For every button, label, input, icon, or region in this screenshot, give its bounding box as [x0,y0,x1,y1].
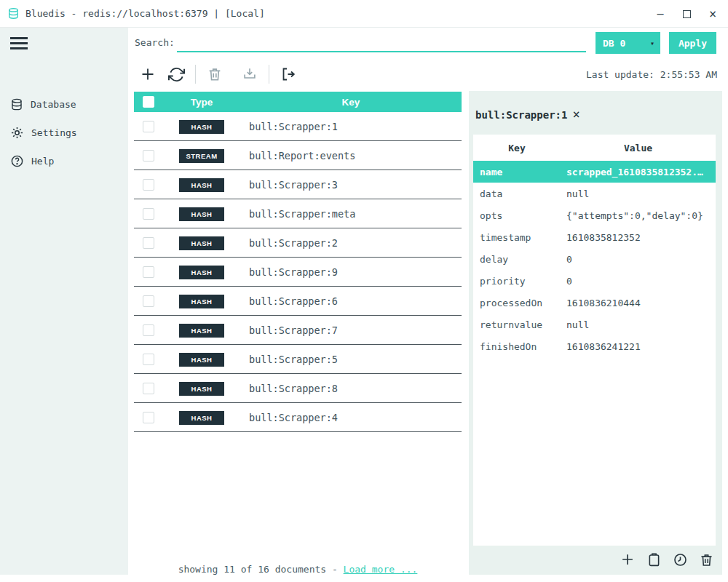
type-badge: HASH [179,382,224,396]
field-key: timestamp [473,232,561,243]
type-badge: HASH [179,353,224,367]
field-key: opts [473,210,561,221]
last-update-text: Last update: 2:55:53 AM [586,69,717,80]
close-window-button[interactable]: × [705,6,721,22]
row-checkbox[interactable] [143,295,154,307]
detail-row[interactable]: returnvalue null [473,314,716,335]
maximize-button[interactable] [678,6,695,22]
table-row[interactable]: HASH bull:Scrapper:1 [134,112,462,141]
db-select-value: DB 0 [603,38,625,49]
table-row[interactable]: HASH bull:Scrapper:6 [134,287,462,316]
menu-toggle-button[interactable] [10,37,28,50]
load-more-link[interactable]: Load more ... [344,564,418,575]
table-row[interactable]: HASH bull:Scrapper:3 [134,170,462,199]
type-column-header: Type [163,97,240,108]
add-icon [620,551,636,567]
key-table-header: Type Key [134,92,462,112]
key-table-body: HASH bull:Scrapper:1 STREAM bull:Report:… [134,112,462,432]
row-checkbox[interactable] [143,150,154,162]
search-input[interactable] [177,33,586,52]
detail-value-header: Value [561,143,716,154]
detail-title: bull:Scrapper:1 [475,109,567,121]
key-name: bull:Scrapper:3 [240,179,462,191]
row-checkbox[interactable] [143,179,154,191]
export-icon [280,65,297,83]
table-row[interactable]: HASH bull:Scrapper:9 [134,258,462,287]
chevron-down-icon: ▾ [650,39,654,47]
add-field-button[interactable] [619,551,636,568]
refresh-button[interactable] [167,65,186,84]
detail-row[interactable]: timestamp 1610835812352 [473,226,716,248]
field-value: 1610836210444 [561,298,716,308]
detail-row[interactable]: opts {"attempts":0,"delay":0} [473,204,716,226]
detail-table-header: Key Value [473,135,716,161]
detail-row[interactable]: data null [473,183,716,204]
toolbar-separator [269,65,269,84]
detail-card: Key Value name scrapped_1610835812352.… … [473,135,716,546]
table-row[interactable]: HASH bull:Scrapper:8 [134,374,462,403]
apply-button[interactable]: Apply [669,32,716,54]
export-all-button[interactable] [279,65,298,84]
row-checkbox[interactable] [143,266,154,278]
key-name: bull:Scrapper:8 [240,383,462,394]
download-icon [242,66,258,82]
detail-row[interactable]: name scrapped_1610835812352.… [473,161,716,183]
key-name: bull:Scrapper:5 [240,354,462,365]
row-checkbox[interactable] [143,324,154,336]
sidebar-item-label: Database [31,99,76,110]
app-window: Bluedis - redis://localhost:6379 | [Loca… [0,0,728,582]
detail-row[interactable]: priority 0 [473,270,716,292]
detail-key-header: Key [473,143,561,154]
sidebar-item-database[interactable]: Database [10,95,76,113]
window-title: Bluedis - redis://localhost:6379 | [Loca… [25,8,265,19]
add-key-button[interactable] [138,65,157,84]
delete-document-button[interactable] [697,551,715,568]
app-logo-database-icon [7,7,20,20]
document-count-text: showing 11 of 16 documents - [178,564,338,575]
table-row[interactable]: HASH bull:Scrapper:4 [134,403,462,432]
type-badge: STREAM [179,149,224,163]
minimize-button[interactable]: – [652,6,668,22]
row-checkbox[interactable] [143,354,154,365]
delete-selected-button[interactable] [205,65,224,84]
copy-document-button[interactable] [645,551,662,568]
key-name: bull:Scrapper:6 [240,295,462,307]
clock-icon [673,552,688,567]
close-detail-icon[interactable]: × [572,108,579,121]
table-row[interactable]: HASH bull:Scrapper:7 [134,316,462,345]
field-key: data [473,188,561,199]
detail-actions [619,551,715,568]
db-select-dropdown[interactable]: DB 0 ▾ [596,32,660,54]
row-checkbox[interactable] [143,208,154,220]
field-value: scrapped_1610835812352.… [561,167,716,178]
type-badge: HASH [179,178,224,192]
row-checkbox[interactable] [143,412,154,423]
set-ttl-button[interactable] [671,551,689,568]
detail-row[interactable]: processedOn 1610836210444 [473,292,716,314]
export-selected-button[interactable] [240,65,259,84]
table-row[interactable]: STREAM bull:Report:events [134,141,462,170]
table-row[interactable]: HASH bull:Scrapper:meta [134,199,462,228]
field-value: 1610836241221 [561,341,716,352]
field-key: processedOn [473,298,561,308]
row-checkbox[interactable] [143,121,154,132]
type-badge: HASH [179,207,224,221]
key-table: Type Key HASH bull:Scrapper:1 STREAM bul… [134,92,462,432]
database-icon [10,97,23,111]
table-row[interactable]: HASH bull:Scrapper:2 [134,228,462,258]
trash-icon [699,552,714,567]
detail-row[interactable]: delay 0 [473,248,716,270]
refresh-icon [168,66,185,83]
field-value: null [561,188,716,199]
detail-row[interactable]: finishedOn 1610836241221 [473,335,716,357]
select-all-checkbox[interactable] [143,96,154,108]
row-checkbox[interactable] [143,383,154,394]
sidebar-item-help[interactable]: Help [10,152,54,170]
key-column-header: Key [240,97,462,108]
key-name: bull:Scrapper:meta [240,208,462,220]
row-checkbox[interactable] [143,237,154,249]
table-row[interactable]: HASH bull:Scrapper:5 [134,345,462,374]
type-badge: HASH [179,324,224,338]
sidebar-item-settings[interactable]: Settings [10,124,77,141]
key-name: bull:Scrapper:1 [240,121,462,132]
